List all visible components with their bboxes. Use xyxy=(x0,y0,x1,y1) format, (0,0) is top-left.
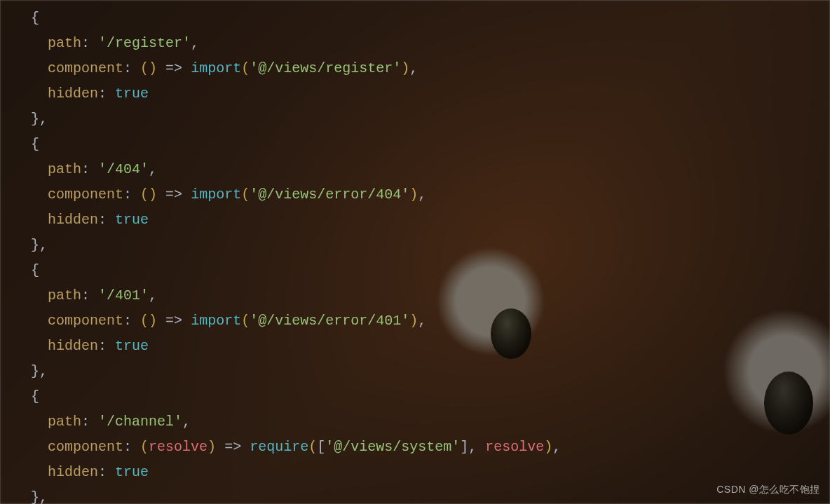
comma: , xyxy=(39,363,48,379)
key-component: component xyxy=(48,60,123,76)
key-component: component xyxy=(48,439,123,455)
bool-true: true xyxy=(115,338,149,354)
comma: , xyxy=(39,489,48,504)
string-path: '/404' xyxy=(98,161,149,177)
comma: , xyxy=(149,287,157,304)
key-hidden: hidden xyxy=(48,212,98,228)
brace-close: } xyxy=(31,111,39,127)
colon: : xyxy=(81,414,98,430)
comma: , xyxy=(418,313,426,329)
brace-open: { xyxy=(31,262,39,278)
key-hidden: hidden xyxy=(48,86,98,102)
param-resolve: resolve xyxy=(485,439,544,455)
bool-true: true xyxy=(115,212,149,228)
paren-open: ( xyxy=(241,313,250,329)
colon: : xyxy=(98,86,115,102)
comma: , xyxy=(418,186,426,203)
bracket-close: ] xyxy=(460,439,468,455)
paren-close: ) xyxy=(401,60,409,76)
comma: , xyxy=(182,414,191,430)
paren-open: ( xyxy=(241,60,250,76)
key-component: component xyxy=(48,186,123,203)
arrow: => xyxy=(224,439,241,455)
paren-close: ) xyxy=(409,313,418,329)
key-path: path xyxy=(48,414,81,430)
arrow-params: () xyxy=(140,60,157,76)
colon: : xyxy=(123,186,140,203)
comma: , xyxy=(552,439,561,455)
colon: : xyxy=(123,439,140,455)
colon: : xyxy=(81,35,98,51)
arrow-params: () xyxy=(140,313,157,329)
string-arg: '@/views/error/401' xyxy=(250,313,409,329)
colon: : xyxy=(81,161,98,177)
key-path: path xyxy=(48,35,81,51)
paren-open: ( xyxy=(308,439,317,455)
param-resolve: resolve xyxy=(149,439,208,455)
arrow: => xyxy=(165,186,182,203)
paren-open: ( xyxy=(241,186,250,203)
string-path: '/register' xyxy=(98,35,191,51)
paren-close: ) xyxy=(409,186,418,203)
colon: : xyxy=(123,60,140,76)
arrow-params: () xyxy=(140,186,157,203)
colon: : xyxy=(98,338,115,354)
key-path: path xyxy=(48,287,81,304)
paren-close: ) xyxy=(544,439,552,455)
brace-open: { xyxy=(31,10,39,26)
bool-true: true xyxy=(115,464,149,480)
bool-true: true xyxy=(115,86,149,102)
key-component: component xyxy=(48,313,123,329)
require-call: require xyxy=(250,439,308,455)
arrow: => xyxy=(165,60,182,76)
string-arg: '@/views/error/404' xyxy=(250,186,409,203)
brace-open: { xyxy=(31,388,39,404)
string-arg: '@/views/register' xyxy=(250,60,401,76)
key-path: path xyxy=(48,161,81,177)
key-hidden: hidden xyxy=(48,464,98,480)
key-hidden: hidden xyxy=(48,338,98,354)
arrow: => xyxy=(165,313,182,329)
comma: , xyxy=(39,237,48,253)
colon: : xyxy=(98,464,115,480)
brace-open: { xyxy=(31,136,39,152)
string-path: '/channel' xyxy=(98,414,182,430)
paren-close: ) xyxy=(208,439,216,455)
watermark-text: CSDN @怎么吃不饱捏 xyxy=(716,481,820,498)
comma: , xyxy=(191,35,199,51)
import-call: import xyxy=(191,313,241,329)
comma: , xyxy=(409,60,418,76)
paren-open: ( xyxy=(140,439,149,455)
brace-close: } xyxy=(31,489,39,504)
string-path: '/401' xyxy=(98,287,149,304)
brace-close: } xyxy=(31,237,39,253)
import-call: import xyxy=(191,60,241,76)
colon: : xyxy=(81,287,98,304)
string-arg: '@/views/system' xyxy=(325,439,460,455)
brace-close: } xyxy=(31,363,39,379)
code-block: { path: '/register', component: () => im… xyxy=(0,0,830,504)
colon: : xyxy=(98,212,115,228)
bracket-open: [ xyxy=(317,439,325,455)
comma: , xyxy=(149,161,157,177)
comma: , xyxy=(468,439,485,455)
colon: : xyxy=(123,313,140,329)
import-call: import xyxy=(191,186,241,203)
comma: , xyxy=(39,111,48,127)
